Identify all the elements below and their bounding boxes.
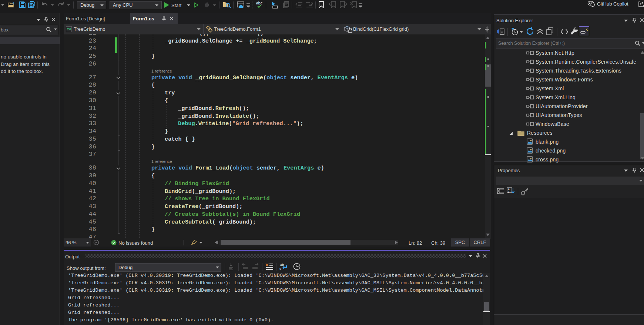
svg-text:c: c bbox=[279, 267, 281, 271]
svg-text:Z: Z bbox=[508, 191, 510, 193]
svg-text:abc: abc bbox=[256, 1, 263, 5]
